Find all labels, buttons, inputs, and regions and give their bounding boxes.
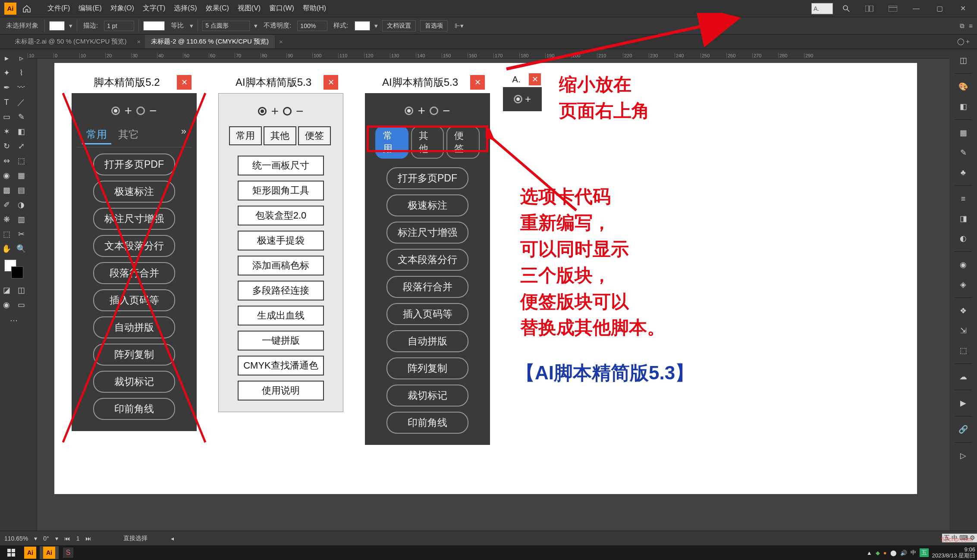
script-button[interactable]: 印前角线 [386,412,468,434]
menu-text[interactable]: 文字(T) [138,4,170,13]
artboard-nav-prev-icon[interactable]: ⏮ [64,535,70,542]
tab-common[interactable]: 常用 [82,126,111,144]
symbol-sprayer-icon[interactable]: ❋ [0,213,13,226]
direct-selection-tool-icon[interactable]: ▹ [15,52,28,65]
doc-tab-2[interactable]: 未标题-2 @ 110.65 % (CMYK/CPU 预览) [145,35,275,48]
type-tool-icon[interactable]: T [0,96,13,109]
script-button[interactable]: CMYK查找潘通色 [238,356,324,375]
menu-view[interactable]: 视图(V) [233,4,265,13]
script-button[interactable]: 统一画板尺寸 [238,156,324,175]
script-button[interactable]: 文本段落分行 [386,249,468,271]
menu-select[interactable]: 选择(S) [170,4,201,13]
transparency-panel-icon[interactable]: ◐ [955,231,971,246]
tab-notes[interactable]: 便签 [298,126,331,145]
pen-tool-icon[interactable]: ✒ [0,81,13,94]
menu-window[interactable]: 窗口(W) [265,4,298,13]
script-button[interactable]: 打开多页PDF [93,153,175,175]
draw-mode-icon[interactable]: ◉ [0,298,13,311]
play-icon[interactable]: ▷ [955,448,971,463]
script-button[interactable]: 极速标注 [386,194,468,216]
screen-mode-icon[interactable]: ▭ [15,298,28,311]
menu-edit[interactable]: 编辑(E) [74,4,106,13]
gradient-panel-icon[interactable]: ◨ [955,211,971,226]
doc-setup-button[interactable]: 文档设置 [382,20,416,31]
tray-volume-icon[interactable]: 🔊 [900,550,907,556]
swatches-panel-icon[interactable]: ▦ [955,125,971,141]
eyedropper-tool-icon[interactable]: ✐ [0,198,13,211]
radio-off-icon[interactable] [430,106,438,115]
hand-tool-icon[interactable]: ✋ [0,242,13,255]
perspective-grid-icon[interactable]: ▦ [15,169,28,182]
menu-object[interactable]: 对象(O) [106,4,138,13]
tab-other[interactable]: 其他 [411,126,444,159]
artboard-index[interactable]: 1 [76,535,80,542]
script-button[interactable]: 阵列复制 [386,357,468,379]
gradient-mode-icon[interactable]: ◫ [15,284,28,297]
radio-on-icon[interactable] [405,106,413,115]
menu-effect[interactable]: 效果(C) [201,4,233,13]
scale-tool-icon[interactable]: ⤢ [15,140,28,153]
zoom-tool-icon[interactable]: 🔍 [15,242,28,255]
rotate-tool-icon[interactable]: ↻ [0,140,13,153]
panel-toggle-icon[interactable]: ⧉ [960,22,964,30]
properties-panel-icon[interactable]: ◫ [955,53,971,68]
rotate-value[interactable]: 0° [43,535,49,542]
color-panel-icon[interactable]: 🎨 [955,79,971,94]
radio-on-icon[interactable] [514,95,522,103]
width-tool-icon[interactable]: ⇔ [0,154,13,167]
rectangle-tool-icon[interactable]: ▭ [0,110,13,123]
taskbar-ai-2[interactable]: Ai [40,546,59,559]
shape-builder-icon[interactable]: ◉ [0,169,13,182]
close-icon[interactable]: ✕ [529,73,541,85]
appearance-panel-icon[interactable]: ◉ [955,257,971,272]
script-button[interactable]: 插入页码等 [93,289,175,311]
maximize-button[interactable]: ▢ [930,2,949,16]
radio-off-icon[interactable] [136,106,145,115]
script-button[interactable]: 多段路径连接 [238,281,324,300]
script-button[interactable]: 文本段落分行 [93,235,175,257]
script-button[interactable]: 插入页码等 [386,303,468,325]
selection-tool-icon[interactable]: ▸ [0,52,13,65]
close-icon[interactable]: ✕ [324,75,338,90]
cloud-doc-icon[interactable]: ◯＋ [957,38,971,46]
script-button[interactable]: 自动拼版 [386,330,468,352]
magic-wand-tool-icon[interactable]: ✦ [0,66,13,79]
tray-icon[interactable]: ◆ [876,550,880,556]
taskbar-ai-1[interactable]: Ai [21,546,40,559]
script-button[interactable]: 一键拼版 [238,331,324,350]
stroke-panel-icon[interactable]: ≡ [955,191,971,206]
script-button[interactable]: 阵列复制 [93,344,175,366]
tab-notes[interactable]: 便签 [446,126,480,159]
tray-lang-icon[interactable]: 五 [920,548,929,557]
workspace-icon[interactable] [883,2,903,16]
home-button[interactable] [19,1,35,16]
edit-toolbar-icon[interactable]: ⋯ [7,314,20,327]
radio-on-icon[interactable] [258,107,267,116]
lasso-tool-icon[interactable]: ⌇ [15,66,28,79]
script-button[interactable]: 印前角线 [93,398,175,420]
title-search-field[interactable]: A. [811,3,833,14]
arrange-documents-icon[interactable] [860,2,880,16]
fill-swatch[interactable] [49,21,65,31]
color-guide-icon[interactable]: ◧ [955,99,971,114]
taskbar-app-icon[interactable]: S [59,546,78,559]
links-panel-icon[interactable]: 🔗 [955,422,971,437]
graph-tool-icon[interactable]: ▥ [15,213,28,226]
artboard-nav-next-icon[interactable]: ⏭ [85,535,91,542]
mesh-tool-icon[interactable]: ▩ [0,184,13,197]
artboard-tool-icon[interactable]: ⬚ [0,228,13,241]
tray-ime-icon[interactable]: 中 [911,549,916,557]
script-button[interactable]: 极速标注 [93,181,175,203]
chevron-down-icon[interactable]: ▾ [374,22,378,30]
eraser-tool-icon[interactable]: ◧ [15,125,28,138]
tray-icon[interactable]: ⬤ [890,550,897,556]
script-button[interactable]: 矩形圆角工具 [238,181,324,200]
radio-on-icon[interactable] [111,106,120,115]
search-icon[interactable] [836,2,856,16]
tab-other[interactable]: 其它 [114,126,143,144]
minimize-button[interactable]: — [906,2,926,16]
asset-export-icon[interactable]: ⇲ [955,323,971,338]
start-button[interactable] [2,546,21,559]
script-button[interactable]: 裁切标记 [386,385,468,407]
radio-off-icon[interactable] [283,107,292,116]
